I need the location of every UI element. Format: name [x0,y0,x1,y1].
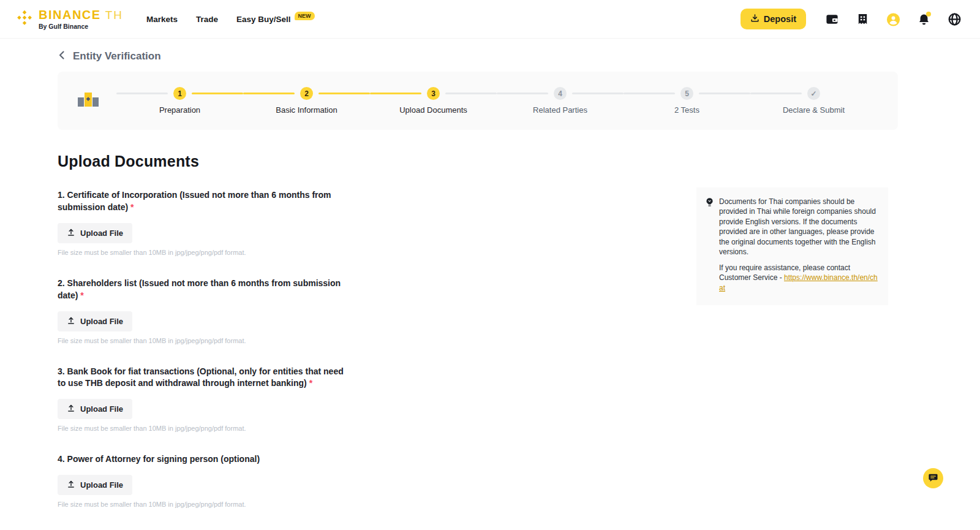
step-label: 2 Tests [674,105,699,115]
document-item: 3. Bank Book for fiat transactions (Opti… [58,366,450,433]
upload-icon [67,480,75,490]
step-label: Declare & Submit [783,105,845,115]
step-circle: 5 [680,87,693,100]
binance-logo[interactable]: BINANCE TH By Gulf Binance [16,9,123,30]
document-title: 2. Shareholders list (Issued not more th… [58,278,350,302]
upload-icon [67,404,75,414]
language-globe-icon[interactable] [948,12,962,26]
document-item: 4. Power of Attorney for signing person … [58,453,450,508]
nav-markets-link[interactable]: Markets [146,15,178,24]
profile-icon[interactable] [886,12,900,26]
document-list: 1. Certificate of Incorporation (Issued … [58,189,450,530]
upload-file-button[interactable]: Upload File [58,399,132,419]
entity-podium-icon [76,90,100,112]
stepper-steps: 1 Preparation 2 Basic Informat [116,88,877,115]
stepper-step: 4 Related Parties [497,88,624,115]
deposit-button[interactable]: Deposit [741,9,806,29]
step-label: Basic Information [276,105,337,115]
required-asterisk: * [309,378,312,388]
new-badge: NEW [295,12,315,20]
document-item: 1. Certificate of Incorporation (Issued … [58,189,450,256]
chat-bubble-icon [928,472,938,485]
required-asterisk: * [80,290,83,300]
upload-icon [67,228,75,238]
stepper-step: ✓ Declare & Submit [750,88,877,115]
document-title: 1. Certificate of Incorporation (Issued … [58,189,350,214]
step-circle: 2 [300,87,313,100]
document-title: 3. Bank Book for fiat transactions (Opti… [58,366,350,390]
document-item: 2. Shareholders list (Issued not more th… [58,278,450,344]
file-size-hint: File size must be smaller than 10MB in j… [58,337,450,344]
nav-trade-link[interactable]: Trade [196,15,218,24]
step-circle: 3 [427,87,440,100]
upload-file-button[interactable]: Upload File [58,223,132,243]
step-label: Related Parties [533,105,587,115]
step-label: Preparation [159,105,200,115]
logo-tagline: By Gulf Binance [39,23,123,30]
step-circle: 4 [554,87,567,100]
page-title: Upload Documents [58,153,450,170]
notification-dot [926,12,931,17]
stepper-step: 1 Preparation [116,88,243,115]
top-nav-bar: BINANCE TH By Gulf Binance Markets Trade… [0,0,980,38]
tip-box: Documents for Thai companies should be p… [696,187,888,305]
back-chevron-icon [58,50,66,62]
logo-brand-text: BINANCE [39,9,101,21]
wallet-icon[interactable] [825,12,839,26]
back-link[interactable]: Entity Verification [58,50,898,62]
lightbulb-icon [705,197,714,293]
tip-paragraph-1: Documents for Thai companies should be p… [719,197,878,257]
verification-stepper: 1 Preparation 2 Basic Informat [58,72,898,130]
nav-easy-buy-sell-link[interactable]: Easy Buy/Sell NEW [236,15,315,24]
binance-logo-icon [16,9,33,29]
required-asterisk: * [130,202,134,212]
step-label: Upload Documents [399,105,467,115]
upload-file-button[interactable]: Upload File [58,311,132,331]
upload-icon [67,316,75,327]
page-back-title: Entity Verification [73,50,161,62]
main-nav: Markets Trade Easy Buy/Sell NEW [146,15,315,24]
logo-region-text: TH [105,9,123,21]
orders-receipt-icon[interactable] [856,12,870,26]
notifications-bell-icon[interactable] [917,12,931,26]
chat-support-button[interactable] [923,468,943,488]
tip-paragraph-2: If you require assistance, please contac… [719,263,878,293]
document-title: 4. Power of Attorney for signing person … [58,453,350,466]
step-circle: ✓ [807,87,820,100]
stepper-step: 2 Basic Information [243,88,370,115]
stepper-step: 5 2 Tests [624,88,750,115]
file-size-hint: File size must be smaller than 10MB in j… [58,501,450,508]
upload-file-button[interactable]: Upload File [58,475,132,495]
file-size-hint: File size must be smaller than 10MB in j… [58,249,450,256]
file-size-hint: File size must be smaller than 10MB in j… [58,425,450,432]
stepper-step: 3 Upload Documents [370,88,497,115]
step-circle: 1 [173,87,186,100]
deposit-download-icon [750,13,760,25]
